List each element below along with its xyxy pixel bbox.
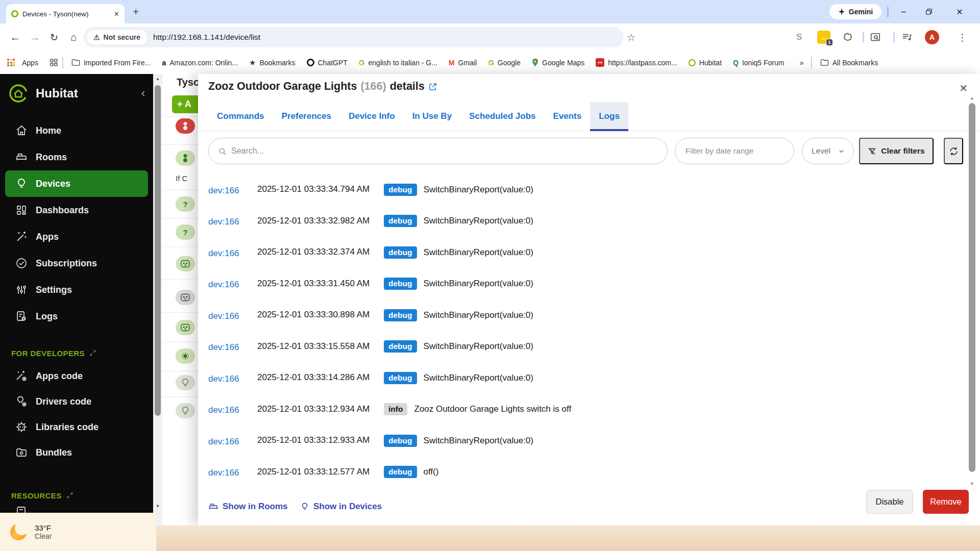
tab-logs[interactable]: Logs xyxy=(590,102,628,131)
reading-list-icon[interactable] xyxy=(901,23,913,51)
sidebar-item-drivers-code[interactable]: Drivers code xyxy=(0,389,153,414)
date-range-field[interactable] xyxy=(675,138,794,164)
sun-dimmer-icon[interactable] xyxy=(176,348,195,364)
weather-widget[interactable]: 33°F Clear xyxy=(0,513,156,551)
tab-events[interactable]: Events xyxy=(544,102,590,131)
log-device-link[interactable]: dev:166 xyxy=(208,280,257,290)
for-developers-header[interactable]: FOR DEVELOPERS xyxy=(0,343,153,363)
modal-scrollbar-thumb[interactable] xyxy=(969,103,975,472)
scroll-up-icon[interactable]: ▲ xyxy=(153,76,162,81)
sidebar-item-devices[interactable]: Devices xyxy=(5,170,148,197)
bulb-device-icon[interactable] xyxy=(176,403,195,418)
outlet-icon[interactable] xyxy=(176,290,195,305)
bookmark-item[interactable]: G Google xyxy=(488,58,521,67)
show-in-devices-link[interactable]: Show in Devices xyxy=(300,493,382,520)
refresh-logs-button[interactable] xyxy=(944,138,963,164)
side-search-icon[interactable] xyxy=(870,23,881,51)
clear-filters-button[interactable]: Clear filters xyxy=(859,138,934,164)
log-device-link[interactable]: dev:166 xyxy=(208,468,257,478)
log-device-link[interactable]: dev:166 xyxy=(208,342,257,353)
log-device-link[interactable]: dev:166 xyxy=(208,311,257,321)
sidebar-item-libraries-code[interactable]: Libraries code xyxy=(0,414,153,440)
forward-button[interactable]: → xyxy=(26,23,44,51)
sidebar-item-dashboards[interactable]: Dashboards xyxy=(0,197,153,223)
sidebar-item-home[interactable]: Home xyxy=(0,117,153,144)
log-device-link[interactable]: dev:166 xyxy=(208,186,257,196)
show-in-rooms-link[interactable]: Show in Rooms xyxy=(208,493,288,520)
lastpass-extension-icon[interactable]: ... 1 xyxy=(817,31,830,44)
browser-menu-icon[interactable]: ⋮ xyxy=(958,23,967,51)
close-window-button[interactable]: ✕ xyxy=(944,0,975,23)
bookmark-item[interactable]: ••• https://lastpass.com... xyxy=(596,58,677,67)
sidebar-item-apps[interactable]: Apps xyxy=(0,223,153,250)
date-range-input[interactable] xyxy=(685,146,794,156)
bookmark-item[interactable]: Imported From Fire... xyxy=(71,59,151,67)
bookmark-item[interactable]: Google Maps xyxy=(532,58,584,67)
page-scrollbar[interactable]: ▲ ▼ xyxy=(153,74,162,525)
modal-close-icon[interactable]: ✕ xyxy=(959,82,968,94)
bookmarks-overflow-chevron[interactable]: » xyxy=(799,58,802,67)
home-button[interactable]: ⌂ xyxy=(64,23,83,51)
modal-scroll-up-icon[interactable]: ▲ xyxy=(968,95,976,101)
tab-device-info[interactable]: Device Info xyxy=(340,102,404,131)
tab-in-use-by[interactable]: In Use By xyxy=(404,102,460,131)
log-device-link[interactable]: dev:166 xyxy=(208,374,257,384)
extensions-puzzle-icon[interactable] xyxy=(842,23,853,51)
remove-button[interactable]: Remove xyxy=(923,490,969,514)
device-status-icon[interactable] xyxy=(176,151,195,166)
level-select[interactable]: Level xyxy=(802,138,854,164)
log-device-link[interactable]: dev:166 xyxy=(208,405,257,415)
profile-avatar[interactable]: A xyxy=(925,30,939,44)
sidebar-item-settings[interactable]: Settings xyxy=(0,277,153,303)
bookmark-item[interactable]: M Gmail xyxy=(449,59,477,67)
tab-close-icon[interactable]: ✕ xyxy=(114,10,119,18)
tiles-icon[interactable] xyxy=(50,58,58,67)
device-status-icon[interactable]: ? xyxy=(176,196,195,212)
bulb-device-icon[interactable] xyxy=(176,375,195,390)
bookmark-star-icon[interactable]: ☆ xyxy=(627,23,635,51)
bookmark-item[interactable]: ChatGPT xyxy=(307,59,348,67)
sidebar-item-subscriptions[interactable]: Subscriptions xyxy=(0,250,153,277)
gemini-button[interactable]: Gemini xyxy=(829,4,881,19)
device-status-icon[interactable]: ? xyxy=(176,224,195,240)
sidebar-item-bundles[interactable]: Bundles xyxy=(0,440,153,465)
sidebar-item-rooms[interactable]: Rooms xyxy=(0,144,153,170)
scroll-down-icon[interactable]: ▼ xyxy=(153,504,162,509)
back-button[interactable]: ← xyxy=(6,23,24,51)
address-bar[interactable]: ⚠ Not secure http://192.168.1.141/device… xyxy=(84,27,624,47)
s-extension-icon[interactable]: S xyxy=(796,23,802,51)
external-link-icon[interactable] xyxy=(428,82,437,91)
resources-header[interactable]: RESOURCES xyxy=(0,485,153,506)
apps-shortcut[interactable]: Apps xyxy=(7,59,38,67)
bookmark-item[interactable]: Hubitat xyxy=(689,59,722,67)
sidebar-item-apps-code[interactable]: Apps code xyxy=(0,363,153,389)
tab-scheduled-jobs[interactable]: Scheduled Jobs xyxy=(460,102,544,131)
outlet-icon[interactable] xyxy=(176,320,195,335)
log-device-link[interactable]: dev:166 xyxy=(208,217,257,227)
refresh-button[interactable]: ↻ xyxy=(45,23,63,51)
log-search-field[interactable] xyxy=(208,138,668,164)
bookmark-item[interactable]: a Amazon.com: Onlin... xyxy=(162,59,238,67)
browser-tab[interactable]: Devices - Tyson(new) ✕ xyxy=(6,4,125,23)
not-secure-chip[interactable]: ⚠ Not secure xyxy=(87,30,147,44)
log-device-link[interactable]: dev:166 xyxy=(208,248,257,259)
bookmark-item[interactable]: Q Ioniq5 Forum xyxy=(733,59,784,67)
restore-button[interactable] xyxy=(917,0,941,23)
sidebar-collapse-icon[interactable]: ‹ xyxy=(141,87,145,100)
bookmark-item[interactable]: G english to italian - G... xyxy=(359,58,437,67)
sidebar-item-logs[interactable]: Logs xyxy=(0,303,153,330)
all-bookmarks-button[interactable]: All Bookmarks xyxy=(820,59,878,67)
tab-preferences[interactable]: Preferences xyxy=(273,102,340,131)
new-tab-button[interactable]: + xyxy=(133,6,139,18)
outlet-icon[interactable] xyxy=(176,256,195,271)
scrollbar-thumb[interactable] xyxy=(155,85,161,416)
tab-commands[interactable]: Commands xyxy=(208,102,273,131)
bookmark-item[interactable]: ★ Bookmarks xyxy=(249,58,295,67)
modal-scroll-down-icon[interactable]: ▼ xyxy=(968,481,976,486)
log-device-link[interactable]: dev:166 xyxy=(208,437,257,447)
disable-button[interactable]: Disable xyxy=(866,490,913,514)
search-input[interactable] xyxy=(231,146,667,156)
add-device-button[interactable]: + A xyxy=(172,95,198,113)
minimize-button[interactable]: – xyxy=(891,0,916,23)
device-status-icon[interactable] xyxy=(176,118,195,134)
